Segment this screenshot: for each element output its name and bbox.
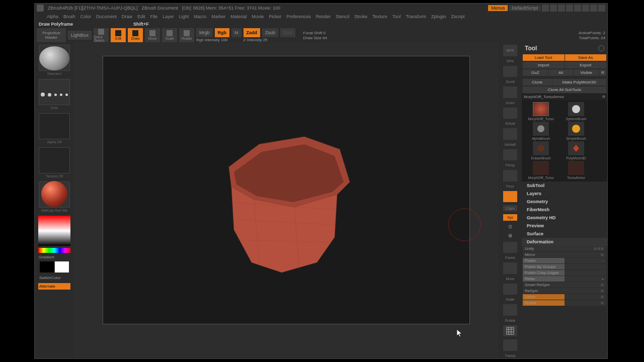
- alpha-selector[interactable]: Alpha Off: [39, 113, 70, 139]
- menu-draw[interactable]: Draw: [122, 14, 132, 19]
- draw-size-slider[interactable]: Draw Size 64: [303, 36, 328, 40]
- def-unify[interactable]: Unify⊞⊞⊞: [523, 246, 606, 251]
- zcut-button[interactable]: Zcut: [280, 28, 295, 37]
- maximize-icon[interactable]: [590, 5, 597, 12]
- menu-tool[interactable]: Tool: [392, 14, 401, 19]
- xyz-button[interactable]: Xyz: [503, 214, 517, 220]
- def-polishcrisp[interactable]: Polish Crisp Edges: [523, 270, 606, 276]
- tool-item-polymesh[interactable]: PolyMesh3D: [559, 141, 593, 160]
- export-button[interactable]: Export: [565, 62, 607, 68]
- tool-item-morphdiff[interactable]: MorphDiff_Torso: [524, 102, 558, 121]
- clone-button[interactable]: Clone: [523, 79, 552, 85]
- section-layers[interactable]: Layers: [522, 190, 607, 198]
- texture-selector[interactable]: Texture Off: [39, 147, 70, 173]
- switchcolor-button[interactable]: SwitchColor: [38, 275, 70, 281]
- move-button[interactable]: Move: [145, 28, 160, 42]
- arrow-left-icon[interactable]: [542, 5, 549, 12]
- local-button[interactable]: [503, 191, 517, 203]
- lightbox-button[interactable]: LightBox: [68, 31, 92, 40]
- clone-all-button[interactable]: Clone All SubTools: [523, 86, 606, 93]
- def-polishgroups[interactable]: Polish By Groups: [523, 264, 606, 269]
- menu-stencil[interactable]: Stencil: [336, 14, 349, 19]
- menu-light[interactable]: Light: [179, 14, 189, 19]
- menu-edit[interactable]: Edit: [137, 14, 145, 19]
- menu-stroke[interactable]: Stroke: [354, 14, 367, 19]
- section-subtool[interactable]: SubTool: [522, 182, 607, 190]
- stroke-selector[interactable]: Dots: [39, 79, 70, 105]
- persp-button[interactable]: [503, 149, 517, 161]
- scroll-button[interactable]: [503, 66, 517, 77]
- menu-movie[interactable]: Movie: [252, 14, 264, 19]
- section-surface[interactable]: Surface: [522, 230, 607, 238]
- draw-button[interactable]: Draw: [128, 28, 143, 42]
- material-selector[interactable]: MatCap Red Wa: [39, 182, 70, 208]
- menu-zscript[interactable]: Zscript: [451, 14, 465, 19]
- bpr-button[interactable]: BPR: [503, 45, 517, 56]
- def-resym[interactable]: ReSym⊞: [523, 288, 606, 294]
- make-polymesh-button[interactable]: Make PolyMesh3D: [552, 79, 606, 85]
- menu-layer[interactable]: Layer: [163, 14, 174, 19]
- zsub-button[interactable]: Zsub: [262, 28, 278, 37]
- rgb-button[interactable]: Rgb: [215, 28, 230, 37]
- menu-alpha[interactable]: Alpha: [47, 14, 58, 19]
- def-offset[interactable]: Offset⊞: [523, 294, 606, 300]
- menu-color[interactable]: Color: [80, 14, 92, 19]
- color-icon[interactable]: [566, 5, 573, 12]
- rgb-intensity-slider[interactable]: Rgb Intensity 100: [196, 38, 242, 42]
- scale-nav-button[interactable]: [503, 284, 517, 295]
- import-button[interactable]: Import: [523, 62, 565, 68]
- actual-button[interactable]: [503, 108, 517, 119]
- menu-transform[interactable]: Transform: [406, 14, 426, 19]
- def-rotate[interactable]: Rotate⊞: [523, 300, 606, 306]
- viewport[interactable]: [103, 56, 470, 324]
- section-fibermesh[interactable]: FiberMesh: [522, 206, 607, 214]
- menu-picker[interactable]: Picker: [269, 14, 281, 19]
- tool-item-eraserbrush[interactable]: EraserBrush: [524, 141, 558, 160]
- menu-macro[interactable]: Macro: [194, 14, 206, 19]
- close-icon[interactable]: [598, 5, 605, 12]
- tool-item-spherebrush[interactable]: SphereBrush: [559, 102, 593, 121]
- menus-toggle[interactable]: Menus: [488, 5, 508, 11]
- rotate-button[interactable]: Rotate: [179, 28, 194, 42]
- transp-button[interactable]: [503, 339, 517, 351]
- quicksketch-button[interactable]: Quick Sketch: [94, 28, 109, 42]
- polyframe-button[interactable]: [503, 325, 517, 337]
- section-geometryhd[interactable]: Geometry HD: [522, 214, 607, 222]
- goz-button[interactable]: GoZ: [523, 69, 548, 76]
- goz-visible-button[interactable]: Visible: [574, 69, 599, 76]
- sym-toggle-1[interactable]: ⊙: [503, 224, 517, 230]
- goz-r-button[interactable]: R: [599, 69, 606, 76]
- menu-brush[interactable]: Brush: [63, 14, 75, 19]
- section-deformation[interactable]: Deformation: [522, 238, 607, 246]
- edit-button[interactable]: Edit: [111, 28, 126, 42]
- menu-texture[interactable]: Texture: [372, 14, 387, 19]
- projection-master-button[interactable]: Projection Master: [37, 28, 66, 42]
- tool-item-torsoarmor[interactable]: TorsoArmor: [559, 161, 593, 179]
- menu-document[interactable]: Document: [96, 14, 117, 19]
- menu-file[interactable]: File: [150, 14, 158, 19]
- floor-button[interactable]: [503, 170, 517, 182]
- z-intensity-slider[interactable]: Z Intensity 25: [244, 38, 295, 42]
- section-preview[interactable]: Preview: [522, 222, 607, 230]
- frame-button[interactable]: [503, 242, 517, 253]
- menu-render[interactable]: Render: [316, 14, 331, 19]
- r-toggle[interactable]: R: [602, 95, 605, 99]
- menu-marker[interactable]: Marker: [211, 14, 225, 19]
- rotate-nav-button[interactable]: [503, 304, 517, 316]
- sym-toggle-2[interactable]: ⊕: [503, 233, 517, 239]
- goz-all-button[interactable]: All: [548, 69, 574, 76]
- hue-bar[interactable]: [38, 248, 70, 253]
- arrow-right-icon[interactable]: [550, 5, 557, 12]
- menu-preferences[interactable]: Preferences: [286, 14, 311, 19]
- tool-item-simplebrush[interactable]: SimpleBrush: [559, 122, 593, 140]
- zoom-button[interactable]: [503, 86, 517, 98]
- default-script[interactable]: DefaultScript: [509, 5, 541, 11]
- menu-material[interactable]: Material: [230, 14, 247, 19]
- zadd-button[interactable]: Zadd: [244, 28, 261, 37]
- def-smartresym[interactable]: Smart ReSym⊞: [523, 282, 606, 288]
- minimize-icon[interactable]: [582, 5, 589, 12]
- layout-icon[interactable]: [558, 5, 565, 12]
- lock-icon[interactable]: [574, 5, 581, 12]
- save-as-button[interactable]: Save As: [565, 54, 607, 61]
- tool-item-morphdiff2[interactable]: MorphDiff_Torso: [524, 161, 558, 179]
